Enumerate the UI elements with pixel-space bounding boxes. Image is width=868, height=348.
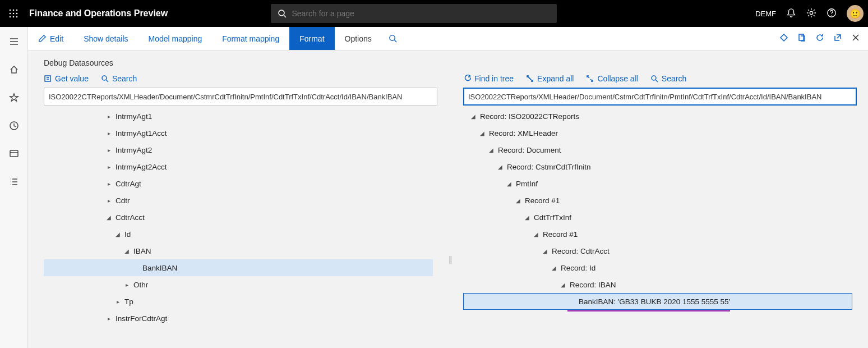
star-icon[interactable] [4, 88, 24, 108]
tree-node-label: BankIBAN: 'GB33 BUKB 2020 1555 5555 55' [576, 297, 730, 306]
tree-node[interactable]: BankIBAN [44, 259, 433, 276]
caret-down-icon[interactable]: ◢ [523, 214, 532, 221]
attach-icon[interactable] [779, 33, 788, 44]
find-in-tree-button[interactable]: Find in tree [463, 74, 514, 83]
tree-node[interactable]: ◢Record: IBAN [463, 276, 852, 293]
expand-all-button[interactable]: Expand all [526, 74, 574, 83]
svg-point-3 [10, 13, 11, 15]
tree-node[interactable]: ▸Cdtr [44, 192, 433, 209]
tree-node[interactable]: ▸Othr [44, 276, 433, 293]
tree-node[interactable]: ◢Id [44, 226, 433, 242]
user-avatar[interactable]: 🙂 [847, 5, 864, 22]
caret-right-icon[interactable]: ▸ [122, 282, 131, 288]
left-path-input[interactable] [44, 88, 437, 106]
tree-node[interactable]: ◢Record: CdtrAcct [463, 242, 852, 259]
caret-right-icon[interactable]: ▸ [104, 113, 113, 120]
caret-right-icon[interactable]: ▸ [104, 164, 113, 170]
caret-down-icon[interactable]: ◢ [541, 248, 550, 254]
tree-node[interactable]: ◢IBAN [44, 242, 433, 259]
right-path-input[interactable] [463, 88, 857, 106]
page-search-icon[interactable] [382, 27, 404, 50]
format-mapping-button[interactable]: Format mapping [212, 27, 289, 50]
right-search-button[interactable]: Search [650, 74, 686, 83]
global-search-input[interactable] [292, 9, 550, 18]
tree-node[interactable]: ◢Record: Document [463, 141, 852, 158]
workspace-icon[interactable] [4, 144, 24, 164]
caret-down-icon[interactable]: ◢ [514, 198, 523, 204]
tree-node[interactable]: ▸IntrmyAgt2 [44, 141, 433, 158]
caret-down-icon[interactable]: ◢ [505, 181, 514, 187]
tree-node[interactable]: ◢Record: XMLHeader [463, 125, 852, 141]
caret-down-icon[interactable]: ◢ [478, 130, 487, 136]
caret-right-icon[interactable]: ▸ [104, 315, 113, 322]
caret-down-icon[interactable]: ◢ [469, 113, 478, 120]
edit-button[interactable]: Edit [28, 27, 73, 50]
caret-right-icon[interactable]: ▸ [104, 198, 113, 204]
tree-node[interactable]: ◢CdtTrfTxInf [463, 209, 852, 226]
caret-down-icon[interactable]: ◢ [113, 231, 122, 237]
bell-icon[interactable] [786, 8, 796, 20]
splitter-handle[interactable]: ║ [449, 175, 452, 345]
tree-node[interactable]: ▸IntrmyAgt2Acct [44, 158, 433, 175]
tree-node-label: IntrmyAgt1 [113, 112, 152, 121]
gear-icon[interactable] [806, 8, 816, 20]
tree-node[interactable]: ◢Record: ISO20022CTReports [463, 108, 852, 125]
modules-icon[interactable] [4, 172, 24, 192]
collapse-all-button[interactable]: Collapse all [586, 74, 638, 83]
options-menu[interactable]: Options [335, 27, 382, 50]
hamburger-icon[interactable] [4, 31, 24, 52]
svg-point-6 [10, 16, 11, 18]
caret-right-icon[interactable]: ▸ [113, 299, 122, 305]
caret-down-icon[interactable]: ◢ [122, 248, 131, 254]
tree-node[interactable]: ◢Record #1 [463, 192, 852, 209]
svg-point-1 [13, 10, 15, 11]
tree-node[interactable]: ▸Tp [44, 293, 433, 310]
tree-node[interactable]: BankIBAN: 'GB33 BUKB 2020 1555 5555 55' [463, 293, 852, 310]
close-icon[interactable] [851, 32, 860, 45]
caret-down-icon[interactable]: ◢ [104, 214, 113, 221]
show-details-button[interactable]: Show details [73, 27, 138, 50]
legal-entity[interactable]: DEMF [755, 10, 776, 18]
svg-point-11 [810, 11, 812, 14]
tree-node-label: Record #1 [523, 196, 560, 205]
svg-point-7 [13, 16, 15, 18]
tree-node[interactable]: ▸IntrmyAgt1Acct [44, 125, 433, 141]
open-new-icon[interactable] [797, 33, 806, 44]
tree-node[interactable]: ▸IntrmyAgt1 [44, 108, 433, 125]
format-tab[interactable]: Format [289, 27, 334, 50]
tree-node[interactable]: ◢Record: CstmrCdtTrfInitn [463, 158, 852, 175]
model-mapping-button[interactable]: Model mapping [138, 27, 213, 50]
home-icon[interactable] [4, 59, 24, 80]
svg-point-34 [102, 76, 107, 80]
svg-point-4 [13, 13, 15, 15]
refresh-icon[interactable] [815, 33, 824, 44]
tree-node-label: IntrmyAgt1Acct [113, 129, 167, 138]
tree-node-label: PmtInf [514, 180, 538, 188]
tree-node[interactable]: ◢Record #1 [463, 226, 852, 242]
tree-node[interactable]: ▸InstrForCdtrAgt [44, 310, 433, 327]
help-icon[interactable] [827, 8, 837, 20]
tree-node[interactable]: ◢Record: Id [463, 259, 852, 276]
global-search[interactable] [271, 4, 557, 23]
popout-icon[interactable] [833, 33, 842, 44]
caret-right-icon[interactable]: ▸ [104, 130, 113, 136]
caret-down-icon[interactable]: ◢ [487, 147, 496, 153]
left-tree[interactable]: ▸UltmtDbtr▸IntrmyAgt1▸IntrmyAgt1Acct▸Int… [44, 108, 437, 345]
left-search-button[interactable]: Search [101, 74, 137, 83]
tree-node[interactable]: ▸CdtrAgt [44, 175, 433, 192]
app-launcher-icon[interactable] [4, 4, 22, 22]
caret-down-icon[interactable]: ◢ [550, 265, 558, 271]
tree-node[interactable]: ◢CdtrAcct [44, 209, 433, 226]
caret-right-icon[interactable]: ▸ [104, 181, 113, 187]
svg-rect-28 [799, 34, 804, 40]
caret-right-icon[interactable]: ▸ [104, 147, 113, 153]
caret-down-icon[interactable]: ◢ [496, 164, 505, 170]
tree-node[interactable]: ◢PmtInf [463, 175, 852, 192]
get-value-button[interactable]: Get value [44, 74, 89, 83]
caret-down-icon[interactable]: ◢ [558, 282, 567, 288]
caret-down-icon[interactable]: ◢ [532, 231, 541, 237]
search-icon [278, 9, 287, 18]
recent-icon[interactable] [4, 116, 24, 136]
page-title: Debug Datasources [44, 58, 857, 67]
right-tree[interactable]: ◢Record: ISO20022CTReports◢Record: XMLHe… [463, 108, 857, 345]
